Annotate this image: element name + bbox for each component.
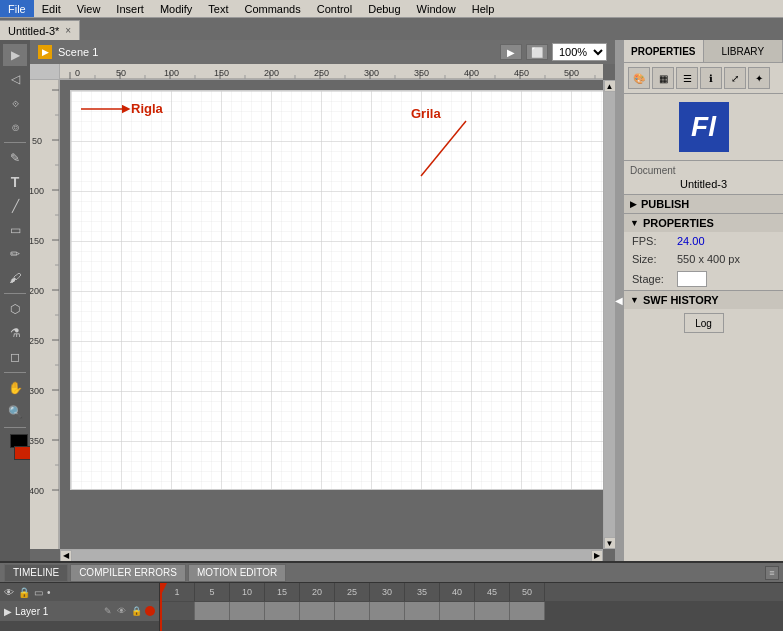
subselect-tool[interactable]: ◁ (3, 68, 27, 90)
panel-icon-info[interactable]: ℹ (700, 67, 722, 89)
library-tab[interactable]: LIBRARY (704, 40, 784, 62)
frame-cell-1[interactable] (160, 602, 195, 620)
timeline-tab[interactable]: TIMELINE (4, 564, 68, 582)
svg-text:50: 50 (116, 68, 126, 78)
panel-collapse-handle[interactable]: ◀ (615, 40, 623, 561)
menu-control[interactable]: Control (309, 0, 360, 17)
frame-cell-2[interactable] (195, 602, 230, 620)
menu-insert[interactable]: Insert (108, 0, 152, 17)
frame-num-40: 40 (440, 583, 475, 601)
frame-cell-9[interactable] (440, 602, 475, 620)
layer-lock-icon2[interactable]: 🔒 (131, 606, 142, 616)
scroll-right-button[interactable]: ▶ (591, 550, 603, 562)
svg-text:500: 500 (564, 68, 579, 78)
stage-ctrl-btn-2[interactable]: ⬜ (526, 44, 548, 60)
scene-icon: ▶ (38, 45, 52, 59)
brush-tool[interactable]: 🖌 (3, 267, 27, 289)
menu-bar: File Edit View Insert Modify Text Comman… (0, 0, 783, 18)
timeline-layers: 👁 🔒 ▭ • ▶ Layer 1 ✎ 👁 🔒 (0, 583, 160, 631)
select-tool[interactable]: ▶ (3, 44, 27, 66)
lasso-tool[interactable]: ⌾ (3, 116, 27, 138)
properties-arrow-icon: ▼ (630, 218, 639, 228)
svg-text:400: 400 (464, 68, 479, 78)
layer-eye-icon[interactable]: 👁 (117, 606, 126, 616)
right-scrollbar[interactable]: ▲ ▼ (603, 80, 615, 549)
canvas-area: ▶ Scene 1 ▶ ⬜ 100% 50% 200% (30, 40, 615, 561)
menu-modify[interactable]: Modify (152, 0, 200, 17)
compiler-errors-tab[interactable]: COMPILER ERRORS (70, 564, 186, 582)
frame-cells-row (160, 601, 783, 621)
panel-icon-filters[interactable]: ✦ (748, 67, 770, 89)
panel-icon-color[interactable]: 🎨 (628, 67, 650, 89)
frame-cell-7[interactable] (370, 602, 405, 620)
fps-row: FPS: 24.00 (624, 232, 783, 250)
layer-1-row[interactable]: ▶ Layer 1 ✎ 👁 🔒 (0, 601, 159, 621)
frame-cell-10[interactable] (475, 602, 510, 620)
properties-tab[interactable]: PROPERTIES (624, 40, 704, 62)
menu-view[interactable]: View (69, 0, 109, 17)
frame-cell-11[interactable] (510, 602, 545, 620)
motion-editor-tab[interactable]: MOTION EDITOR (188, 564, 286, 582)
panel-icon-transform[interactable]: ⤢ (724, 67, 746, 89)
svg-text:300: 300 (364, 68, 379, 78)
paint-bucket-tool[interactable]: ⬡ (3, 298, 27, 320)
frame-cell-5[interactable] (300, 602, 335, 620)
text-tool[interactable]: T (3, 171, 27, 193)
publish-section-header[interactable]: ▶ PUBLISH (624, 195, 783, 213)
menu-commands[interactable]: Commands (236, 0, 308, 17)
publish-arrow-icon: ▶ (630, 199, 637, 209)
rigla-label: Rigla (131, 101, 163, 116)
eyedropper-tool[interactable]: ⚗ (3, 322, 27, 344)
left-toolbar: ▶ ◁ ⟐ ⌾ ✎ T ╱ ▭ ✏ 🖌 ⬡ ⚗ ◻ ✋ 🔍 (0, 40, 30, 561)
hand-tool[interactable]: ✋ (3, 377, 27, 399)
frame-cell-6[interactable] (335, 602, 370, 620)
bottom-scrollbar[interactable]: ◀ ▶ (60, 549, 603, 561)
scroll-left-button[interactable]: ◀ (60, 550, 72, 562)
zoom-tool[interactable]: 🔍 (3, 401, 27, 423)
panel-icon-grid[interactable]: ▦ (652, 67, 674, 89)
menu-help[interactable]: Help (464, 0, 503, 17)
frame-num-35: 35 (405, 583, 440, 601)
zoom-select[interactable]: 100% 50% 200% (552, 43, 607, 61)
swf-history-header[interactable]: ▼ SWF HISTORY (624, 291, 783, 309)
pencil-tool[interactable]: ✏ (3, 243, 27, 265)
frame-cell-8[interactable] (405, 602, 440, 620)
menu-file[interactable]: File (0, 0, 34, 17)
scroll-track-vertical[interactable] (604, 92, 616, 537)
line-tool[interactable]: ╱ (3, 195, 27, 217)
log-button[interactable]: Log (684, 313, 724, 333)
rect-tool[interactable]: ▭ (3, 219, 27, 241)
scroll-track-horizontal[interactable] (72, 550, 591, 562)
eraser-tool[interactable]: ◻ (3, 346, 27, 368)
scroll-down-button[interactable]: ▼ (604, 537, 616, 549)
frame-num-25: 25 (335, 583, 370, 601)
properties-section-header[interactable]: ▼ PROPERTIES (624, 214, 783, 232)
timeline-panel-collapse[interactable]: ≡ (765, 566, 779, 580)
frame-cell-3[interactable] (230, 602, 265, 620)
document-tab[interactable]: Untitled-3* × (0, 20, 80, 40)
menu-edit[interactable]: Edit (34, 0, 69, 17)
tab-close-button[interactable]: × (65, 25, 71, 36)
fl-icon-box: Fl (624, 94, 783, 161)
stage-ctrl-btn-1[interactable]: ▶ (500, 44, 522, 60)
stage-canvas[interactable]: Rigla Grila (60, 80, 603, 549)
panel-icon-align[interactable]: ☰ (676, 67, 698, 89)
svg-line-64 (421, 121, 466, 176)
publish-label: PUBLISH (641, 198, 689, 210)
menu-debug[interactable]: Debug (360, 0, 408, 17)
timeline-frames: 1 5 10 15 20 25 30 35 40 45 50 (160, 583, 783, 631)
fps-value[interactable]: 24.00 (677, 235, 705, 247)
frame-cell-4[interactable] (265, 602, 300, 620)
menu-window[interactable]: Window (409, 0, 464, 17)
frame-num-15: 15 (265, 583, 300, 601)
svg-text:200: 200 (30, 286, 44, 296)
scene-name: Scene 1 (58, 46, 98, 58)
layer-1-name[interactable]: Layer 1 (15, 606, 101, 617)
pen-tool[interactable]: ✎ (3, 147, 27, 169)
menu-text[interactable]: Text (200, 0, 236, 17)
free-transform-tool[interactable]: ⟐ (3, 92, 27, 114)
scroll-up-button[interactable]: ▲ (604, 80, 616, 92)
stage-color-picker[interactable] (677, 271, 707, 287)
svg-text:150: 150 (214, 68, 229, 78)
properties-label: PROPERTIES (643, 217, 714, 229)
